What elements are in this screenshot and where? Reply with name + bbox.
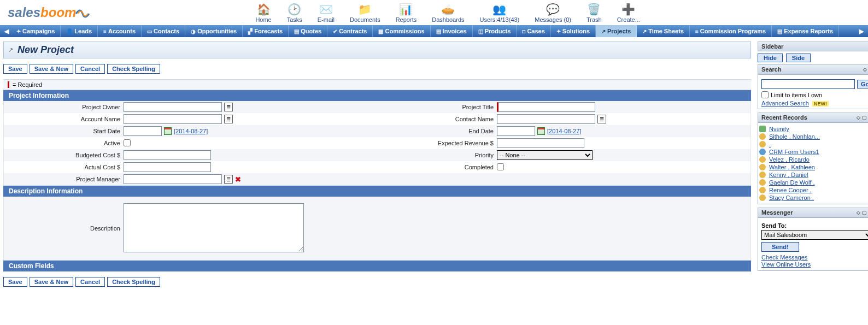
account-name-input[interactable] bbox=[124, 114, 222, 124]
reports-link[interactable]: 📊Reports bbox=[396, 2, 417, 23]
send-to-select[interactable]: Mail Salesboom bbox=[761, 230, 868, 240]
label-actual-cost: Actual Cost $ bbox=[6, 164, 124, 170]
sidebar-messenger-controls[interactable]: ◇ ▢ ▢ bbox=[857, 210, 868, 215]
invoices-icon: ▤ bbox=[436, 28, 441, 34]
check-messages-link[interactable]: Check Messages bbox=[761, 254, 868, 261]
nav-campaigns[interactable]: ✦Campaigns bbox=[11, 25, 61, 37]
priority-select[interactable]: -- None -- bbox=[497, 150, 593, 160]
campaigns-icon: ✦ bbox=[16, 28, 21, 34]
users-link[interactable]: 👥Users:4/13(43) bbox=[480, 2, 520, 23]
nav-right-arrow[interactable]: ▶ bbox=[857, 28, 866, 35]
save-new-button-bottom[interactable]: Save & New bbox=[30, 277, 73, 287]
nav-leads[interactable]: 👤Leads bbox=[61, 25, 98, 37]
recent-link[interactable]: CRM Form Users1 bbox=[769, 149, 819, 155]
check-spelling-button[interactable]: Check Spelling bbox=[107, 64, 160, 74]
nav-contracts[interactable]: ✔Contracts bbox=[327, 25, 373, 37]
create-link[interactable]: ➕Create... bbox=[617, 2, 640, 23]
products-icon: ◫ bbox=[478, 28, 483, 34]
advanced-search-link[interactable]: Advanced Search bbox=[761, 100, 809, 107]
tasks-link[interactable]: 🕑Tasks bbox=[287, 2, 302, 23]
nav-contacts[interactable]: ▭Contacts bbox=[142, 25, 185, 37]
recent-link[interactable]: Velez , Ricardo bbox=[769, 156, 810, 163]
timesheets-icon: ↗ bbox=[642, 28, 647, 34]
recent-link[interactable]: . bbox=[769, 141, 771, 147]
search-input[interactable] bbox=[761, 79, 855, 89]
nav-commission-programs[interactable]: ≡Commission Programs bbox=[690, 25, 772, 37]
save-new-button[interactable]: Save & New bbox=[30, 64, 73, 74]
home-link[interactable]: 🏠Home bbox=[255, 2, 271, 23]
project-owner-input[interactable] bbox=[124, 102, 222, 112]
recent-link[interactable]: Gaelan De Wolf , bbox=[769, 179, 815, 186]
nav-left-arrow[interactable]: ◀ bbox=[2, 28, 11, 35]
nav-opportunities[interactable]: ◑Opportunities bbox=[185, 25, 243, 37]
nav-timesheets[interactable]: ↗Time Sheets bbox=[637, 25, 690, 37]
recent-link[interactable]: Walter , Kathleen bbox=[769, 164, 815, 170]
messages-link[interactable]: 💬Messages (0) bbox=[535, 2, 571, 23]
save-button[interactable]: Save bbox=[3, 64, 27, 74]
nav-products[interactable]: ◫Products bbox=[473, 25, 517, 37]
lookup-owner-icon[interactable]: ≣ bbox=[224, 103, 233, 111]
nav-expense-label: Expense Reports bbox=[784, 28, 833, 34]
limit-checkbox[interactable] bbox=[761, 91, 769, 98]
nav-solutions[interactable]: ✦Solutions bbox=[551, 25, 596, 37]
label-budgeted-cost: Budgeted Cost $ bbox=[6, 152, 124, 158]
sidebar-tab-hide[interactable]: Hide bbox=[758, 54, 783, 62]
dashboards-link[interactable]: 🥧Dashboards bbox=[432, 2, 464, 23]
cancel-button-bottom[interactable]: Cancel bbox=[75, 277, 105, 287]
recent-link[interactable]: Stacy Cameron , bbox=[769, 194, 814, 201]
send-button[interactable]: Send! bbox=[761, 242, 799, 252]
end-date-calendar-icon[interactable] bbox=[537, 127, 545, 135]
nav-cases[interactable]: ◘Cases bbox=[517, 25, 550, 37]
start-date-link[interactable]: [2014-08-27] bbox=[174, 128, 208, 134]
sidebar-recent-controls[interactable]: ◇ ▢ ▢ bbox=[857, 115, 868, 120]
nav-invoices[interactable]: ▤Invoices bbox=[431, 25, 473, 37]
end-date-input[interactable] bbox=[497, 126, 535, 136]
sidebar-messenger: Send To: Mail Salesboom Send! Check Mess… bbox=[758, 217, 868, 271]
lookup-contact-icon[interactable]: ≣ bbox=[597, 115, 606, 123]
email-label: E-mail bbox=[318, 16, 335, 23]
contact-name-input[interactable] bbox=[497, 114, 595, 124]
start-date-input[interactable] bbox=[124, 126, 162, 136]
check-spelling-button-bottom[interactable]: Check Spelling bbox=[107, 277, 160, 287]
nav-expense-reports[interactable]: ▤Expense Reports bbox=[772, 25, 839, 37]
budgeted-cost-input[interactable] bbox=[124, 150, 211, 160]
cancel-button[interactable]: Cancel bbox=[75, 64, 105, 74]
recent-link[interactable]: Kenny , Daniel bbox=[769, 172, 808, 178]
sidebar-search-controls[interactable]: ◇ ▢ bbox=[863, 67, 868, 72]
start-date-calendar-icon[interactable] bbox=[164, 127, 172, 135]
completed-checkbox[interactable] bbox=[497, 163, 504, 170]
email-link[interactable]: ✉️E-mail bbox=[318, 2, 335, 23]
view-online-users-link[interactable]: View Online Users bbox=[761, 261, 868, 268]
recent-link[interactable]: Renee Cooper , bbox=[769, 187, 812, 193]
tasks-label: Tasks bbox=[287, 16, 302, 23]
lookup-manager-icon[interactable]: ≣ bbox=[224, 175, 233, 184]
clear-manager-icon[interactable]: ✖ bbox=[235, 175, 241, 184]
end-date-link[interactable]: [2014-08-27] bbox=[547, 128, 581, 134]
nav-accounts[interactable]: ≡Accounts bbox=[98, 25, 142, 37]
project-info-grid: Project Owner ≣ Project Title Account Na… bbox=[3, 101, 751, 186]
active-checkbox[interactable] bbox=[124, 139, 131, 146]
nav-quotes[interactable]: ▤Quotes bbox=[289, 25, 327, 37]
recent-link[interactable]: Nvenity bbox=[769, 126, 789, 132]
nav-forecasts[interactable]: ▞Forecasts bbox=[243, 25, 289, 37]
recent-link[interactable]: Sithole , Nonhlan... bbox=[769, 133, 820, 140]
sidebar-tab-side[interactable]: Side bbox=[786, 54, 811, 62]
nav-projects[interactable]: ↗Projects bbox=[596, 25, 637, 37]
actual-cost-input[interactable] bbox=[124, 162, 211, 172]
lookup-account-icon[interactable]: ≣ bbox=[224, 115, 233, 123]
description-textarea[interactable] bbox=[124, 203, 304, 252]
logo[interactable]: salesboom bbox=[8, 5, 91, 20]
documents-link[interactable]: 📁Documents bbox=[350, 2, 380, 23]
search-go-button[interactable]: Go bbox=[857, 80, 868, 88]
recent-item: Stacy Cameron , bbox=[759, 194, 868, 202]
nav-commissions[interactable]: ▦Commissions bbox=[373, 25, 430, 37]
expected-revenue-input[interactable] bbox=[497, 138, 584, 148]
recent-item: Nvenity bbox=[759, 125, 868, 133]
label-project-owner: Project Owner bbox=[6, 104, 124, 110]
project-title-input[interactable] bbox=[497, 102, 595, 112]
project-manager-input[interactable] bbox=[124, 174, 222, 184]
page-title: New Project bbox=[17, 44, 74, 56]
nav-invoices-label: Invoices bbox=[443, 28, 467, 34]
trash-link[interactable]: 🗑️Trash bbox=[587, 2, 602, 23]
save-button-bottom[interactable]: Save bbox=[3, 277, 27, 287]
